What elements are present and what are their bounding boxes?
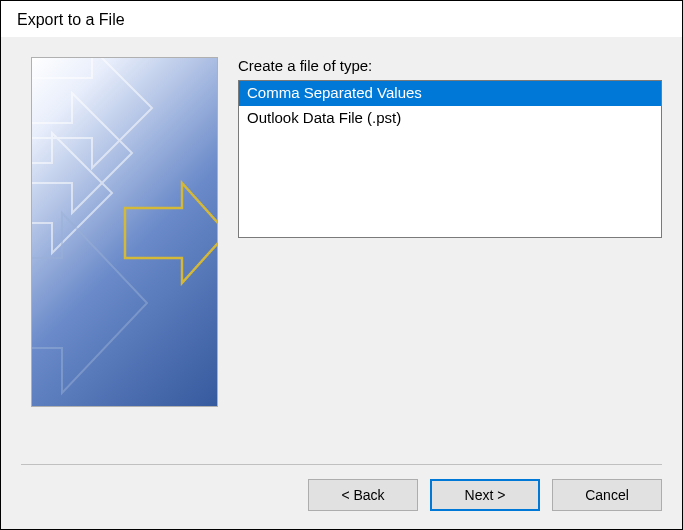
- button-row: < Back Next > Cancel: [21, 479, 662, 511]
- dialog-footer: < Back Next > Cancel: [1, 452, 682, 529]
- dialog-title: Export to a File: [1, 1, 682, 37]
- file-type-option[interactable]: Outlook Data File (.pst): [239, 106, 661, 131]
- export-dialog: Export to a File Create: [0, 0, 683, 530]
- file-type-listbox[interactable]: Comma Separated ValuesOutlook Data File …: [238, 80, 662, 238]
- content-area: Create a file of type: Comma Separated V…: [238, 57, 662, 442]
- cancel-button[interactable]: Cancel: [552, 479, 662, 511]
- footer-separator: [21, 464, 662, 465]
- file-type-option[interactable]: Comma Separated Values: [239, 81, 661, 106]
- next-button[interactable]: Next >: [430, 479, 540, 511]
- dialog-body: Create a file of type: Comma Separated V…: [1, 37, 682, 452]
- back-button[interactable]: < Back: [308, 479, 418, 511]
- wizard-illustration: [31, 57, 218, 407]
- file-type-label: Create a file of type:: [238, 57, 662, 74]
- arrows-illustration-icon: [32, 58, 218, 407]
